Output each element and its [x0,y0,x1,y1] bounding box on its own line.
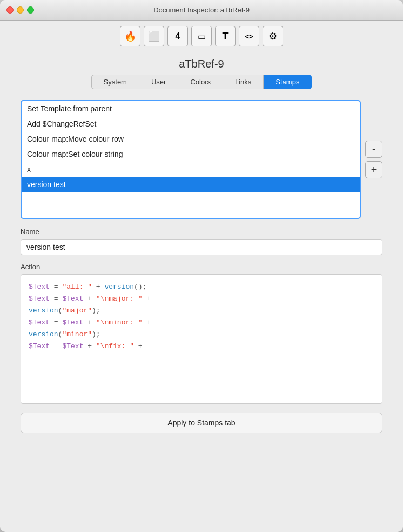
action-label: Action [21,263,382,271]
maximize-button[interactable] [27,6,34,14]
code-line-5: version("minor"); [29,329,374,341]
list-item[interactable]: Add $ChangeRefSet [22,116,360,131]
remove-stamp-button[interactable]: - [365,141,382,158]
list-item[interactable]: Colour map:Move colour row [22,131,360,147]
main-content: Set Template from parent Add $ChangeRefS… [0,95,403,532]
code-line-1: $Text = "all: " + version(); [29,281,374,293]
code-line-6: $Text = $Text + "\nfix: " + [29,341,374,353]
window-title: Document Inspector: aTbRef-9 [153,6,250,14]
code-line-2: $Text = $Text + "\nmajor: " + [29,293,374,305]
list-item[interactable]: Colour map:Set colour string [22,147,360,162]
tab-user[interactable]: User [139,75,178,89]
list-item-selected[interactable]: version test [22,177,360,192]
stamps-list[interactable]: Set Template from parent Add $ChangeRefS… [21,100,361,219]
list-controls: - + [365,100,382,219]
document-name: aTbRef-9 [0,51,403,75]
number-button[interactable]: 4 [167,26,188,46]
tab-system[interactable]: System [91,75,139,89]
tab-links[interactable]: Links [223,75,264,89]
close-button[interactable] [6,6,14,14]
list-item[interactable]: x [22,162,360,177]
document-button[interactable]: ⬜ [144,26,164,46]
add-stamp-button[interactable]: + [365,161,382,178]
layout-button[interactable]: ▭ [191,26,212,46]
settings-button[interactable]: ⚙ [263,26,283,46]
code-line-3: version("major"); [29,305,374,317]
code-line-4: $Text = $Text + "\nminor: " + [29,317,374,329]
code-token: $Text [29,283,50,291]
text-button[interactable]: T [215,26,236,46]
titlebar: Document Inspector: aTbRef-9 [0,0,403,21]
traffic-lights [6,6,34,14]
action-code-editor[interactable]: $Text = "all: " + version(); $Text = $Te… [21,274,382,404]
tab-colors[interactable]: Colors [178,75,223,89]
stamps-list-wrapper: Set Template from parent Add $ChangeRefS… [21,100,382,219]
list-item[interactable]: Set Template from parent [22,101,360,116]
minimize-button[interactable] [17,6,24,14]
main-window: Document Inspector: aTbRef-9 🔥 ⬜ 4 ▭ T <… [0,0,403,532]
tab-stamps[interactable]: Stamps [264,75,312,89]
apply-stamps-button[interactable]: Apply to Stamps tab [21,413,382,433]
toolbar: 🔥 ⬜ 4 ▭ T <> ⚙ [0,21,403,51]
flame-button[interactable]: 🔥 [120,26,140,46]
name-input[interactable] [21,239,382,255]
code-button[interactable]: <> [239,26,259,46]
tabs-bar: System User Colors Links Stamps [0,75,403,95]
name-label: Name [21,228,382,236]
